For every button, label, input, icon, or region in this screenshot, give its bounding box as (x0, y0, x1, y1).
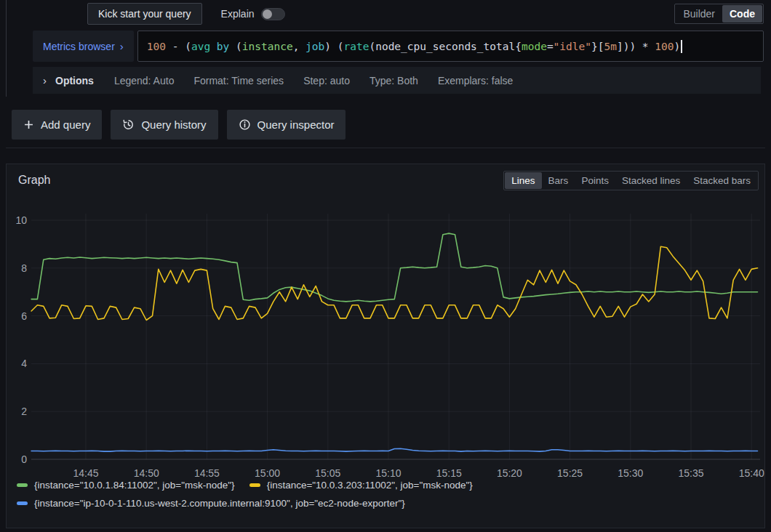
plus-icon (23, 119, 34, 130)
x-axis-tick-label: 15:25 (557, 467, 583, 479)
panel-title: Graph (18, 174, 50, 187)
y-axis-tick-label: 6 (21, 310, 27, 322)
mode-code[interactable]: Code (722, 5, 762, 23)
query-token: ])) * (617, 41, 655, 52)
options-type: Type: Both (369, 75, 418, 86)
query-token: avg (191, 41, 210, 52)
x-axis-tick-label: 15:00 (255, 467, 280, 479)
chart-svg: 024681014:4514:5014:5515:0015:0515:1015:… (7, 198, 764, 485)
query-token: by (217, 41, 229, 52)
query-options-row[interactable]: › Options Legend: Auto Format: Time seri… (33, 67, 761, 94)
metrics-browser-button[interactable]: Metrics browser › (33, 31, 134, 62)
query-history-label: Query history (141, 118, 206, 131)
style-option-bars[interactable]: Bars (542, 172, 575, 189)
query-row-left-rule (6, 0, 7, 97)
graph-style-switch: LinesBarsPointsStacked linesStacked bars (503, 171, 759, 190)
add-query-label: Add query (41, 118, 90, 131)
y-axis-tick-label: 0 (21, 454, 27, 465)
query-toolbar-row: Kick start your query Explain Builder Co… (87, 3, 764, 25)
info-circle-icon (239, 118, 251, 131)
query-token: ) ( (324, 41, 343, 52)
query-token: ( (229, 41, 241, 52)
metrics-browser-label: Metrics browser (43, 41, 115, 52)
query-row: Metrics browser › 100 - (avg by (instanc… (33, 31, 764, 62)
query-token: = (547, 41, 554, 52)
query-actions-toolbar: Add query Query history Query inspecto (12, 110, 345, 140)
legend-item[interactable]: {instance="10.0.1.84:11002", job="msk-no… (17, 480, 235, 491)
legend-series-marker (249, 483, 260, 487)
query-token: mode (522, 41, 547, 52)
x-axis-tick-label: 15:10 (375, 467, 401, 479)
query-input[interactable]: 100 - (avg by (instance, job) (rate(node… (137, 31, 764, 62)
options-legend: Legend: Auto (114, 75, 175, 86)
graph-panel: Graph LinesBarsPointsStacked linesStacke… (6, 164, 765, 528)
legend-series-label: {instance="ip-10-0-1-110.us-west-2.compu… (34, 498, 405, 509)
query-history-button[interactable]: Query history (111, 110, 217, 140)
legend-series-marker (17, 483, 28, 487)
style-option-stacked-bars[interactable]: Stacked bars (687, 172, 757, 189)
y-axis-tick-label: 8 (21, 262, 27, 274)
style-option-points[interactable]: Points (575, 172, 615, 189)
graph-panel-header: Graph LinesBarsPointsStacked linesStacke… (7, 164, 764, 196)
chevron-right-icon: › (43, 74, 47, 86)
query-token: 100 (655, 41, 674, 52)
legend-series-marker (17, 501, 28, 505)
query-token: ) (674, 41, 681, 52)
section-divider (6, 148, 765, 148)
series-line (31, 448, 757, 451)
legend-item[interactable]: {instance="10.0.3.203:11002", job="msk-n… (249, 480, 473, 491)
legend-series-label: {instance="10.0.3.203:11002", job="msk-n… (267, 480, 473, 491)
x-axis-tick-label: 14:50 (134, 467, 159, 479)
x-axis-tick-label: 15:30 (618, 467, 643, 479)
query-token: instance (242, 41, 293, 52)
options-exemplars: Exemplars: false (438, 75, 513, 86)
explain-label: Explain (221, 8, 255, 20)
options-format: Format: Time series (193, 75, 284, 86)
time-series-chart: 024681014:4514:5014:5515:0015:0515:1015:… (7, 198, 764, 485)
query-expression: 100 - (avg by (instance, job) (rate(node… (147, 41, 680, 52)
x-axis-tick-label: 15:20 (497, 467, 522, 479)
legend-series-label: {instance="10.0.1.84:11002", job="msk-no… (34, 480, 235, 491)
text-cursor (681, 40, 682, 53)
options-step: Step: auto (303, 75, 350, 86)
y-axis-tick-label: 4 (21, 358, 27, 369)
add-query-button[interactable]: Add query (12, 110, 102, 140)
history-icon (122, 118, 135, 131)
style-option-lines[interactable]: Lines (505, 172, 541, 189)
explain-toggle[interactable] (261, 8, 285, 20)
query-token: 100 (147, 41, 166, 52)
x-axis-tick-label: 15:40 (739, 467, 764, 479)
query-token: rate (344, 41, 369, 52)
options-label: Options (55, 75, 94, 86)
query-token (210, 41, 217, 52)
query-token: "idle" (554, 41, 591, 52)
chart-legend: {instance="10.0.1.84:11002", job="msk-no… (17, 480, 759, 509)
x-axis-tick-label: 14:55 (194, 467, 220, 479)
series-line (31, 233, 757, 302)
query-token: 5m (604, 41, 616, 52)
explore-page: Kick start your query Explain Builder Co… (0, 0, 771, 532)
query-token: - ( (166, 41, 191, 52)
editor-mode-switch: Builder Code (674, 4, 764, 24)
x-axis-tick-label: 15:05 (315, 467, 340, 479)
kick-start-query-button[interactable]: Kick start your query (87, 3, 202, 25)
query-inspector-button[interactable]: Query inspector (227, 110, 346, 140)
x-axis-tick-label: 14:45 (73, 467, 98, 479)
chevron-right-icon: › (120, 40, 124, 52)
explain-control: Explain (221, 8, 285, 20)
explain-toggle-knob (263, 9, 272, 19)
style-option-stacked-lines[interactable]: Stacked lines (615, 172, 687, 189)
y-axis-tick-label: 10 (15, 214, 27, 226)
query-token: , (293, 41, 305, 52)
query-inspector-label: Query inspector (257, 118, 335, 131)
x-axis-tick-label: 15:15 (436, 467, 462, 479)
mode-builder[interactable]: Builder (676, 5, 722, 23)
y-axis-tick-label: 2 (21, 406, 27, 417)
legend-item[interactable]: {instance="ip-10-0-1-110.us-west-2.compu… (17, 498, 405, 509)
x-axis-tick-label: 15:35 (678, 467, 703, 479)
query-token: (node_cpu_seconds_total{ (369, 41, 522, 52)
query-token: }[ (591, 41, 604, 52)
query-token: job (305, 41, 324, 52)
